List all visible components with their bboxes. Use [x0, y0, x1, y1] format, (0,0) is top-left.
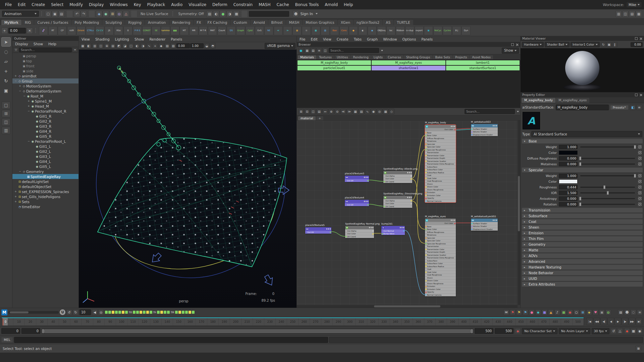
toolbar-grip[interactable]	[35, 28, 37, 33]
outliner-item[interactable]: − ◇ DeformationSystem	[12, 88, 78, 94]
output-port-icon[interactable]	[372, 236, 374, 237]
environment-dropdown[interactable]: Interior1 Color	[571, 42, 600, 47]
outliner-item[interactable]: + ⊟ set_Gills_hidePoligons	[12, 194, 78, 199]
command-input[interactable]	[14, 337, 328, 343]
shader-node[interactable]: SpottedEagleRay Normal.png M Out Alpha O…	[345, 226, 374, 238]
playback-button[interactable]: |▶	[622, 318, 628, 325]
node-attr-row[interactable]: Coat Roughness	[425, 180, 456, 183]
viewport-icon[interactable]: ◫	[98, 43, 104, 49]
attribute-value-field[interactable]	[559, 150, 578, 155]
shelf-button[interactable]: ▦	[292, 26, 302, 35]
input-port-icon[interactable]	[425, 269, 427, 270]
mv-icon[interactable]: ↻	[601, 42, 606, 47]
input-port-icon[interactable]	[471, 229, 473, 230]
status-icon[interactable]: ↷	[80, 11, 87, 17]
editor-icon[interactable]: ◫	[310, 109, 316, 114]
outliner-item[interactable]: ▣ top	[12, 58, 78, 63]
menu-item[interactable]: Edit	[15, 0, 29, 9]
menu-set-selector[interactable]: Animation	[2, 11, 39, 17]
shelf-button[interactable]: M·T·R	[199, 26, 208, 35]
input-port-icon[interactable]	[425, 192, 427, 193]
timeline-tick[interactable]: 110	[127, 318, 139, 325]
output-port-icon[interactable]	[496, 134, 497, 135]
texture-map-button[interactable]	[638, 150, 642, 155]
output-port-icon[interactable]	[454, 169, 455, 171]
node-attr-row[interactable]: Sheen Color	[425, 185, 456, 188]
viewport-icon[interactable]: ⊞	[104, 43, 110, 49]
close-icon[interactable]	[639, 94, 642, 97]
browser-search-input[interactable]: Search...	[329, 48, 379, 53]
shelf-button[interactable]: Ribbon	[396, 26, 405, 35]
section-header[interactable]: ▸Sheen	[522, 225, 643, 230]
pe-icon[interactable]: ◧	[630, 104, 636, 110]
animation-end-field[interactable]: 500	[495, 328, 514, 334]
input-port-icon[interactable]	[425, 260, 427, 261]
status-icon[interactable]: ▣	[52, 11, 58, 17]
output-port-icon[interactable]	[454, 198, 455, 199]
key-dot[interactable]: TO	[128, 311, 132, 314]
browser-tab[interactable]: Projects	[453, 55, 469, 59]
output-port-icon[interactable]	[454, 277, 455, 279]
input-port-icon[interactable]	[345, 204, 346, 205]
playback-button[interactable]: |◀	[586, 318, 593, 325]
shelf-button[interactable]: ▣	[424, 26, 433, 35]
node-out-port[interactable]: Out Color	[425, 222, 456, 225]
outliner-item[interactable]: ◉ Gill3_L	[12, 154, 78, 159]
output-port-icon[interactable]	[411, 200, 412, 201]
node-attr-row[interactable]: UV Coord	[383, 205, 412, 208]
menu-item[interactable]: File	[2, 0, 15, 9]
outliner-item[interactable]: + ◇ animBot	[12, 73, 78, 78]
exposure-field[interactable]: 0.00	[176, 43, 190, 48]
output-port-icon[interactable]	[411, 175, 412, 177]
input-port-icon[interactable]	[384, 200, 385, 201]
timeline-tick[interactable]: 340	[390, 318, 401, 325]
outliner-item[interactable]: ▣ persp	[12, 53, 78, 58]
node-attr-row[interactable]: Specular	[425, 142, 456, 145]
outliner-item[interactable]: ◉ Gill4_R	[12, 129, 78, 134]
section-header[interactable]: ▸Matte	[522, 247, 643, 253]
tool-chip[interactable]: ⚑	[510, 309, 516, 315]
menu-item[interactable]: Show	[132, 37, 147, 41]
layout-button[interactable]: ◫	[2, 118, 10, 126]
node-attr-row[interactable]: Normal Camera	[425, 199, 456, 202]
step-field[interactable]: 10	[79, 309, 91, 315]
output-port-icon[interactable]	[454, 192, 455, 193]
timeline-tick[interactable]: 230	[264, 318, 275, 325]
timeline-tick[interactable]: 210	[241, 318, 253, 325]
key-dot[interactable]	[125, 311, 128, 314]
status-icon[interactable]	[88, 11, 95, 17]
transport-icon[interactable]: ◀	[92, 309, 98, 315]
outliner-item[interactable]: − ◉ PectoralFinRoot_R	[12, 109, 78, 114]
output-port-icon[interactable]	[454, 161, 455, 162]
input-port-icon[interactable]	[425, 169, 427, 171]
output-port-icon[interactable]	[372, 230, 374, 232]
browser-icon[interactable]: ▦	[304, 48, 310, 53]
status-icon[interactable]	[241, 11, 247, 17]
attribute-slider[interactable]	[580, 187, 635, 188]
input-port-icon[interactable]	[345, 236, 347, 237]
status-icon[interactable]: ▧	[206, 11, 213, 17]
timeline-ruler[interactable]: 0102030405060708090100110120130140150160…	[1, 317, 584, 326]
timeline-tick[interactable]: 260	[298, 318, 310, 325]
node-attr-row[interactable]: Transmission Depth	[425, 157, 456, 160]
texture-map-button[interactable]	[638, 179, 642, 184]
presets-button[interactable]: Presets*	[610, 105, 629, 110]
timeline-tick[interactable]: 40	[47, 318, 59, 325]
node-attr-row[interactable]: Emission Color	[425, 288, 456, 291]
tool-chip[interactable]: ▦	[561, 309, 567, 315]
key-dot[interactable]	[146, 311, 149, 314]
output-port-icon[interactable]	[454, 272, 455, 273]
output-port-icon[interactable]	[496, 223, 497, 224]
key-dot[interactable]	[108, 311, 111, 314]
attribute-value-field[interactable]: 0.000	[559, 162, 578, 166]
mv-icon[interactable]: ▣	[606, 42, 612, 47]
node-attr-row[interactable]: Specular Color	[425, 239, 456, 242]
layout-button[interactable]: □	[2, 102, 10, 109]
shelf-button[interactable]: MR	[189, 26, 198, 35]
outliner-item[interactable]: − ◉ Root_M	[12, 94, 78, 99]
expand-icon[interactable]: +	[18, 84, 22, 87]
editor-icon[interactable]: ⊕	[328, 109, 334, 114]
menu-item[interactable]: Windows	[107, 0, 131, 9]
section-header[interactable]: ▸Subsurface	[522, 213, 643, 219]
shelf-button[interactable]: CONST	[142, 26, 151, 35]
